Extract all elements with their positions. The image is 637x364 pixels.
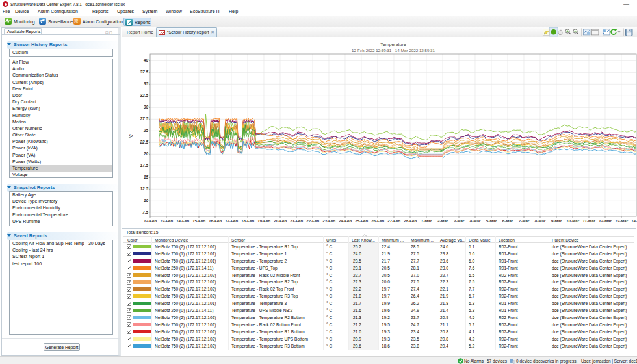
- svg-text:18-Feb: 18-Feb: [241, 218, 254, 223]
- svg-text:2-Mar: 2-Mar: [437, 218, 448, 223]
- svg-text:27-Feb: 27-Feb: [387, 218, 400, 223]
- svg-text:1-Mar: 1-Mar: [421, 218, 432, 223]
- svg-text:22.5: 22.5: [140, 140, 149, 144]
- svg-text:16-Feb: 16-Feb: [209, 218, 222, 223]
- svg-text:13-Feb: 13-Feb: [160, 218, 173, 223]
- svg-text:7.5: 7.5: [142, 210, 148, 214]
- svg-text:35: 35: [144, 81, 149, 86]
- svg-text:5-Mar: 5-Mar: [486, 218, 497, 223]
- svg-text:12-Feb: 12-Feb: [144, 218, 157, 223]
- svg-text:10: 10: [144, 198, 149, 203]
- svg-text:CO: CO: [74, 21, 78, 24]
- svg-text:10-Mar: 10-Mar: [566, 218, 580, 223]
- svg-text:11-Mar: 11-Mar: [582, 218, 595, 223]
- svg-text:12.5: 12.5: [140, 187, 149, 191]
- svg-text:7-Mar: 7-Mar: [519, 218, 530, 223]
- svg-text:°C: °C: [129, 134, 133, 139]
- svg-text:17-Feb: 17-Feb: [225, 218, 238, 223]
- svg-text:4-Mar: 4-Mar: [469, 218, 481, 223]
- svg-text:15: 15: [144, 175, 149, 179]
- svg-text:28-Feb: 28-Feb: [403, 218, 417, 223]
- svg-text:3-Mar: 3-Mar: [454, 218, 465, 223]
- svg-text:12-Feb-2022 12:59:31 - 14-Mar-: 12-Feb-2022 12:59:31 - 14-Mar-2022 12:59…: [352, 48, 436, 53]
- svg-text:25: 25: [143, 128, 149, 133]
- svg-text:8-Mar: 8-Mar: [535, 218, 546, 223]
- svg-text:21-Feb: 21-Feb: [289, 218, 303, 223]
- svg-text:Temperature: Temperature: [380, 42, 406, 47]
- svg-text:30: 30: [144, 105, 149, 109]
- svg-text:20: 20: [143, 151, 149, 156]
- svg-text:25-Feb: 25-Feb: [354, 218, 368, 223]
- svg-text:12-Mar: 12-Mar: [599, 218, 612, 223]
- svg-text:ON: ON: [74, 19, 78, 21]
- svg-text:23-Feb: 23-Feb: [322, 218, 335, 223]
- svg-text:15-Feb: 15-Feb: [192, 218, 205, 223]
- svg-text:40: 40: [143, 58, 149, 62]
- svg-text:24-Feb: 24-Feb: [338, 218, 352, 223]
- svg-text:20-Feb: 20-Feb: [273, 218, 287, 223]
- svg-text:13-Mar: 13-Mar: [615, 218, 629, 223]
- svg-text:32.5: 32.5: [140, 93, 149, 98]
- svg-text:22-Feb: 22-Feb: [306, 218, 319, 223]
- svg-text:9-Mar: 9-Mar: [551, 218, 562, 223]
- svg-text:37.5: 37.5: [140, 70, 149, 74]
- svg-text:26-Feb: 26-Feb: [370, 218, 384, 223]
- svg-text:27.5: 27.5: [140, 116, 149, 121]
- svg-text:17.5: 17.5: [140, 163, 149, 168]
- svg-text:6-Mar: 6-Mar: [502, 218, 514, 223]
- svg-text:14-Mar: 14-Mar: [631, 218, 637, 223]
- svg-text:14-Feb: 14-Feb: [176, 218, 189, 223]
- svg-text:19-Feb: 19-Feb: [257, 218, 270, 223]
